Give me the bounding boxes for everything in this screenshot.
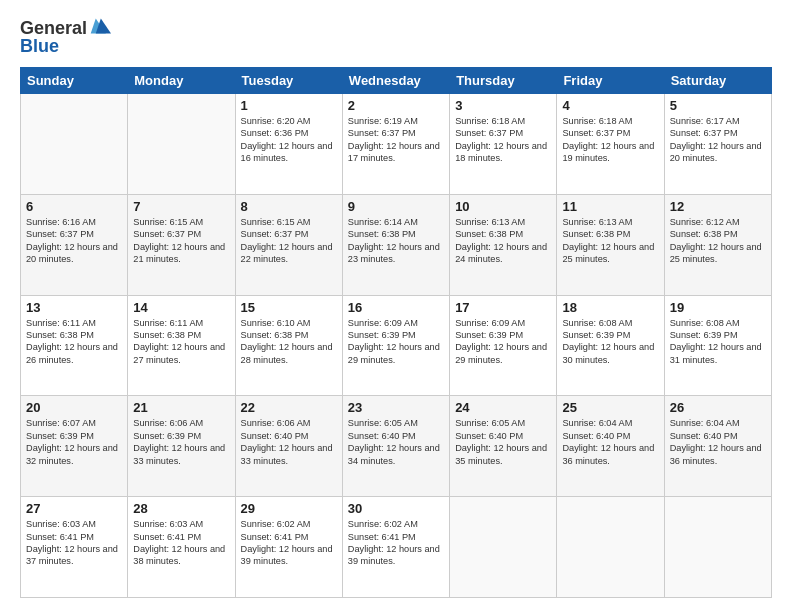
table-cell	[450, 497, 557, 598]
table-cell: 3Sunrise: 6:18 AM Sunset: 6:37 PM Daylig…	[450, 94, 557, 195]
day-number: 30	[348, 501, 444, 516]
day-number: 14	[133, 300, 229, 315]
day-info: Sunrise: 6:04 AM Sunset: 6:40 PM Dayligh…	[562, 417, 658, 467]
table-cell	[128, 94, 235, 195]
day-info: Sunrise: 6:06 AM Sunset: 6:40 PM Dayligh…	[241, 417, 337, 467]
day-info: Sunrise: 6:13 AM Sunset: 6:38 PM Dayligh…	[455, 216, 551, 266]
table-cell: 9Sunrise: 6:14 AM Sunset: 6:38 PM Daylig…	[342, 194, 449, 295]
day-info: Sunrise: 6:12 AM Sunset: 6:38 PM Dayligh…	[670, 216, 766, 266]
table-cell	[21, 94, 128, 195]
table-cell: 23Sunrise: 6:05 AM Sunset: 6:40 PM Dayli…	[342, 396, 449, 497]
day-number: 16	[348, 300, 444, 315]
day-number: 7	[133, 199, 229, 214]
col-wednesday: Wednesday	[342, 68, 449, 94]
day-number: 27	[26, 501, 122, 516]
table-cell: 5Sunrise: 6:17 AM Sunset: 6:37 PM Daylig…	[664, 94, 771, 195]
col-tuesday: Tuesday	[235, 68, 342, 94]
day-number: 5	[670, 98, 766, 113]
table-cell: 17Sunrise: 6:09 AM Sunset: 6:39 PM Dayli…	[450, 295, 557, 396]
day-info: Sunrise: 6:02 AM Sunset: 6:41 PM Dayligh…	[241, 518, 337, 568]
calendar-week-row: 13Sunrise: 6:11 AM Sunset: 6:38 PM Dayli…	[21, 295, 772, 396]
day-info: Sunrise: 6:13 AM Sunset: 6:38 PM Dayligh…	[562, 216, 658, 266]
col-saturday: Saturday	[664, 68, 771, 94]
day-info: Sunrise: 6:08 AM Sunset: 6:39 PM Dayligh…	[562, 317, 658, 367]
calendar-table: Sunday Monday Tuesday Wednesday Thursday…	[20, 67, 772, 598]
table-cell: 29Sunrise: 6:02 AM Sunset: 6:41 PM Dayli…	[235, 497, 342, 598]
day-info: Sunrise: 6:03 AM Sunset: 6:41 PM Dayligh…	[133, 518, 229, 568]
day-number: 3	[455, 98, 551, 113]
day-number: 11	[562, 199, 658, 214]
day-info: Sunrise: 6:14 AM Sunset: 6:38 PM Dayligh…	[348, 216, 444, 266]
table-cell: 4Sunrise: 6:18 AM Sunset: 6:37 PM Daylig…	[557, 94, 664, 195]
day-info: Sunrise: 6:15 AM Sunset: 6:37 PM Dayligh…	[133, 216, 229, 266]
table-cell: 21Sunrise: 6:06 AM Sunset: 6:39 PM Dayli…	[128, 396, 235, 497]
day-number: 25	[562, 400, 658, 415]
day-number: 15	[241, 300, 337, 315]
day-number: 18	[562, 300, 658, 315]
table-cell: 7Sunrise: 6:15 AM Sunset: 6:37 PM Daylig…	[128, 194, 235, 295]
table-cell: 10Sunrise: 6:13 AM Sunset: 6:38 PM Dayli…	[450, 194, 557, 295]
table-cell: 26Sunrise: 6:04 AM Sunset: 6:40 PM Dayli…	[664, 396, 771, 497]
day-info: Sunrise: 6:10 AM Sunset: 6:38 PM Dayligh…	[241, 317, 337, 367]
table-cell: 24Sunrise: 6:05 AM Sunset: 6:40 PM Dayli…	[450, 396, 557, 497]
day-number: 8	[241, 199, 337, 214]
day-number: 1	[241, 98, 337, 113]
logo: General Blue	[20, 18, 111, 57]
table-cell: 1Sunrise: 6:20 AM Sunset: 6:36 PM Daylig…	[235, 94, 342, 195]
logo-icon	[89, 15, 111, 37]
table-cell: 13Sunrise: 6:11 AM Sunset: 6:38 PM Dayli…	[21, 295, 128, 396]
calendar-week-row: 20Sunrise: 6:07 AM Sunset: 6:39 PM Dayli…	[21, 396, 772, 497]
day-info: Sunrise: 6:03 AM Sunset: 6:41 PM Dayligh…	[26, 518, 122, 568]
day-info: Sunrise: 6:18 AM Sunset: 6:37 PM Dayligh…	[455, 115, 551, 165]
table-cell	[664, 497, 771, 598]
table-cell: 25Sunrise: 6:04 AM Sunset: 6:40 PM Dayli…	[557, 396, 664, 497]
day-number: 29	[241, 501, 337, 516]
col-friday: Friday	[557, 68, 664, 94]
day-info: Sunrise: 6:09 AM Sunset: 6:39 PM Dayligh…	[348, 317, 444, 367]
table-cell: 19Sunrise: 6:08 AM Sunset: 6:39 PM Dayli…	[664, 295, 771, 396]
day-info: Sunrise: 6:16 AM Sunset: 6:37 PM Dayligh…	[26, 216, 122, 266]
table-cell: 12Sunrise: 6:12 AM Sunset: 6:38 PM Dayli…	[664, 194, 771, 295]
table-cell	[557, 497, 664, 598]
col-monday: Monday	[128, 68, 235, 94]
day-number: 24	[455, 400, 551, 415]
day-number: 23	[348, 400, 444, 415]
day-number: 19	[670, 300, 766, 315]
table-cell: 11Sunrise: 6:13 AM Sunset: 6:38 PM Dayli…	[557, 194, 664, 295]
day-number: 28	[133, 501, 229, 516]
table-cell: 8Sunrise: 6:15 AM Sunset: 6:37 PM Daylig…	[235, 194, 342, 295]
calendar-week-row: 27Sunrise: 6:03 AM Sunset: 6:41 PM Dayli…	[21, 497, 772, 598]
calendar-header-row: Sunday Monday Tuesday Wednesday Thursday…	[21, 68, 772, 94]
day-number: 6	[26, 199, 122, 214]
day-number: 22	[241, 400, 337, 415]
table-cell: 28Sunrise: 6:03 AM Sunset: 6:41 PM Dayli…	[128, 497, 235, 598]
day-number: 2	[348, 98, 444, 113]
table-cell: 14Sunrise: 6:11 AM Sunset: 6:38 PM Dayli…	[128, 295, 235, 396]
day-number: 10	[455, 199, 551, 214]
day-info: Sunrise: 6:15 AM Sunset: 6:37 PM Dayligh…	[241, 216, 337, 266]
day-info: Sunrise: 6:07 AM Sunset: 6:39 PM Dayligh…	[26, 417, 122, 467]
day-info: Sunrise: 6:11 AM Sunset: 6:38 PM Dayligh…	[133, 317, 229, 367]
day-info: Sunrise: 6:06 AM Sunset: 6:39 PM Dayligh…	[133, 417, 229, 467]
day-info: Sunrise: 6:05 AM Sunset: 6:40 PM Dayligh…	[348, 417, 444, 467]
day-number: 26	[670, 400, 766, 415]
table-cell: 18Sunrise: 6:08 AM Sunset: 6:39 PM Dayli…	[557, 295, 664, 396]
table-cell: 30Sunrise: 6:02 AM Sunset: 6:41 PM Dayli…	[342, 497, 449, 598]
table-cell: 16Sunrise: 6:09 AM Sunset: 6:39 PM Dayli…	[342, 295, 449, 396]
day-number: 13	[26, 300, 122, 315]
day-info: Sunrise: 6:04 AM Sunset: 6:40 PM Dayligh…	[670, 417, 766, 467]
day-number: 4	[562, 98, 658, 113]
col-thursday: Thursday	[450, 68, 557, 94]
day-info: Sunrise: 6:08 AM Sunset: 6:39 PM Dayligh…	[670, 317, 766, 367]
col-sunday: Sunday	[21, 68, 128, 94]
day-info: Sunrise: 6:17 AM Sunset: 6:37 PM Dayligh…	[670, 115, 766, 165]
calendar-week-row: 1Sunrise: 6:20 AM Sunset: 6:36 PM Daylig…	[21, 94, 772, 195]
table-cell: 27Sunrise: 6:03 AM Sunset: 6:41 PM Dayli…	[21, 497, 128, 598]
page-header: General Blue	[20, 18, 772, 57]
day-info: Sunrise: 6:18 AM Sunset: 6:37 PM Dayligh…	[562, 115, 658, 165]
table-cell: 20Sunrise: 6:07 AM Sunset: 6:39 PM Dayli…	[21, 396, 128, 497]
table-cell: 2Sunrise: 6:19 AM Sunset: 6:37 PM Daylig…	[342, 94, 449, 195]
day-info: Sunrise: 6:09 AM Sunset: 6:39 PM Dayligh…	[455, 317, 551, 367]
day-info: Sunrise: 6:02 AM Sunset: 6:41 PM Dayligh…	[348, 518, 444, 568]
day-number: 17	[455, 300, 551, 315]
